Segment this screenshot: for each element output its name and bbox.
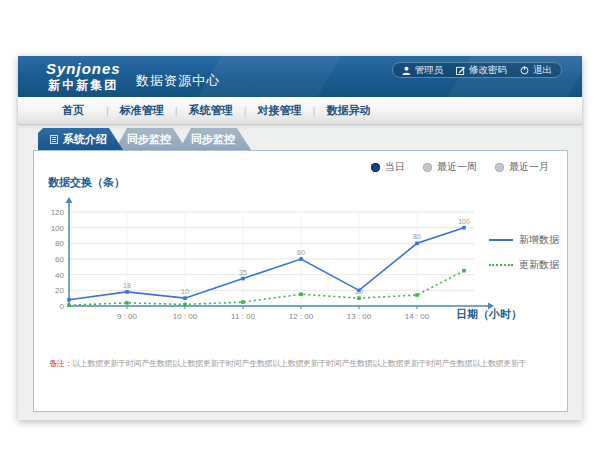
tab-label: 同步监控 (191, 132, 235, 147)
svg-text:80: 80 (413, 233, 421, 240)
radio-label: 最近一月 (509, 160, 549, 174)
svg-text:100: 100 (458, 218, 470, 225)
document-icon (50, 135, 58, 144)
chart-legend: 新增数据更新数据 (489, 233, 559, 272)
nav-item-4[interactable]: 数据异动 (315, 103, 381, 118)
svg-text:10 : 00: 10 : 00 (173, 312, 198, 321)
legend-item-1: 更新数据 (489, 258, 559, 272)
svg-text:120: 120 (51, 208, 65, 217)
radio-label: 最近一周 (437, 160, 477, 174)
radio-1[interactable]: 最近一周 (423, 160, 477, 174)
svg-text:12 : 00: 12 : 00 (289, 312, 314, 321)
brand-logo: Synjones 新中新集团 (46, 60, 121, 94)
app-header: Synjones 新中新集团 数据资源中心 管理员 修改密码 退出 (18, 56, 582, 97)
legend-label: 新增数据 (519, 233, 559, 247)
edit-icon (456, 66, 465, 75)
page-title: 数据资源中心 (136, 72, 220, 90)
brand-logo-text: Synjones (46, 60, 121, 77)
nav-item-0[interactable]: 首页 (40, 103, 106, 118)
power-icon (520, 66, 529, 75)
tab-1[interactable]: 同步监控 (115, 128, 187, 150)
app-window: Synjones 新中新集团 数据资源中心 管理员 修改密码 退出 首页|标准管… (18, 56, 582, 420)
svg-text:35: 35 (239, 269, 247, 276)
svg-text:20: 20 (55, 286, 64, 295)
svg-text:14 : 00: 14 : 00 (405, 312, 430, 321)
user-button[interactable]: 管理员 (402, 64, 444, 77)
footnote-text: 以上数据更新于时间产生数据以上数据更新于时间产生数据以上数据更新于时间产生数据以… (72, 359, 526, 368)
user-icon (402, 66, 411, 75)
radio-dot (423, 163, 432, 172)
tab-label: 系统介绍 (63, 132, 107, 147)
radio-label: 当日 (385, 160, 405, 174)
svg-text:18: 18 (123, 282, 131, 289)
radio-2[interactable]: 最近一月 (495, 160, 549, 174)
svg-text:80: 80 (55, 239, 64, 248)
chart-y-axis-title: 数据交换（条） (48, 175, 125, 190)
radio-dot (495, 163, 504, 172)
change-password-label: 修改密码 (469, 64, 507, 77)
svg-text:0: 0 (60, 302, 65, 311)
logout-label: 退出 (533, 64, 552, 77)
legend-item-0: 新增数据 (489, 233, 559, 247)
svg-text:11 : 00: 11 : 00 (231, 312, 255, 321)
nav-item-1[interactable]: 标准管理 (109, 103, 175, 118)
logout-button[interactable]: 退出 (520, 64, 552, 77)
legend-swatch (489, 239, 513, 241)
tab-0[interactable]: 系统介绍 (38, 128, 123, 150)
tab-bar: 系统介绍同步监控同步监控 (38, 128, 251, 150)
footnote-prefix: 备注： (49, 359, 72, 368)
svg-text:60: 60 (297, 249, 305, 256)
header-user-bar: 管理员 修改密码 退出 (392, 62, 563, 78)
svg-text:9 : 00: 9 : 00 (117, 312, 138, 321)
tab-2[interactable]: 同步监控 (179, 128, 251, 150)
svg-text:13 : 00: 13 : 00 (347, 312, 372, 321)
brand-logo-subtext: 新中新集团 (46, 77, 121, 94)
range-filter: 当日最近一周最近一月 (371, 160, 549, 174)
radio-0[interactable]: 当日 (371, 160, 405, 174)
user-label: 管理员 (415, 64, 444, 77)
svg-text:10: 10 (355, 288, 363, 295)
svg-text:60: 60 (55, 255, 64, 264)
svg-text:40: 40 (55, 271, 64, 280)
nav-item-2[interactable]: 系统管理 (178, 103, 244, 118)
svg-text:10: 10 (181, 288, 189, 295)
radio-dot (371, 163, 380, 172)
change-password-button[interactable]: 修改密码 (456, 64, 507, 77)
content-panel: 当日最近一周最近一月 数据交换（条） 0204060801001209 : 00… (33, 150, 568, 412)
footnote: 备注：以上数据更新于时间产生数据以上数据更新于时间产生数据以上数据更新于时间产生… (49, 358, 526, 369)
chart-x-axis-title: 日期（小时） (456, 307, 522, 322)
main-nav: 首页|标准管理|系统管理|对接管理|数据异动 (18, 97, 582, 125)
nav-item-3[interactable]: 对接管理 (247, 103, 313, 118)
svg-text:100: 100 (51, 224, 65, 233)
tab-label: 同步监控 (127, 132, 171, 147)
legend-swatch (489, 264, 513, 266)
legend-label: 更新数据 (519, 258, 559, 272)
